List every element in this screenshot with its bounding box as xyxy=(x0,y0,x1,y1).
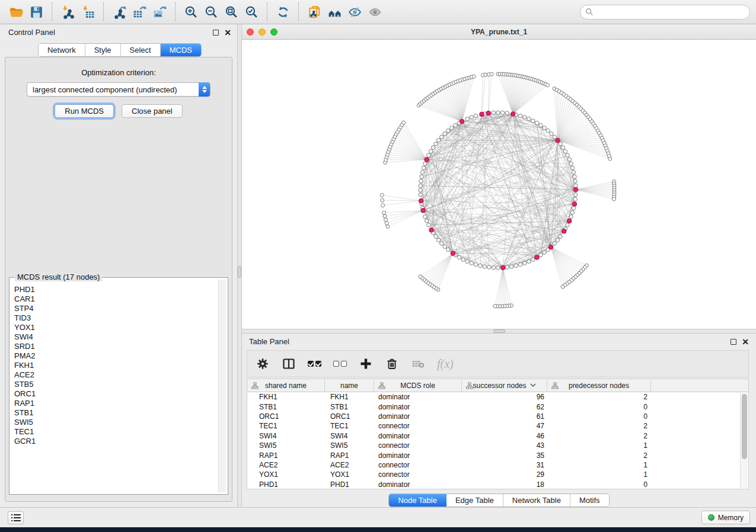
mcds-result-item[interactable]: SWI5 xyxy=(14,418,218,427)
mcds-result-item[interactable]: ACE2 xyxy=(14,370,218,380)
binoculars-icon xyxy=(327,5,342,20)
table-row[interactable]: FKH1FKH1dominator962 xyxy=(247,392,748,402)
vertical-splitter[interactable] xyxy=(237,24,242,507)
splitter-handle[interactable] xyxy=(493,329,505,333)
table-cell: 96 xyxy=(462,393,547,401)
mcds-result-item[interactable]: ORC1 xyxy=(14,389,218,399)
mcds-result-item[interactable]: STP4 xyxy=(14,304,218,313)
column-header-shared-name[interactable]: shared name xyxy=(247,379,325,392)
splitter-handle[interactable] xyxy=(238,266,241,278)
import-table-button[interactable] xyxy=(78,2,98,22)
table-row[interactable]: STB1STB1dominator620 xyxy=(247,402,748,411)
mcds-result-item[interactable]: TEC1 xyxy=(14,427,218,437)
clone-network-icon xyxy=(307,5,322,20)
tab-mcds[interactable]: MCDS xyxy=(161,44,201,56)
table-row[interactable]: SWI5SWI5connector431 xyxy=(247,441,748,450)
unselect-all-columns-button[interactable] xyxy=(333,361,347,367)
table-cell: YOX1 xyxy=(247,470,325,479)
tab-network[interactable]: Network xyxy=(39,44,85,56)
zoom-fit-button[interactable] xyxy=(221,2,241,22)
zoom-out-button[interactable] xyxy=(201,2,221,22)
table-settings-button[interactable] xyxy=(256,357,270,371)
maximize-window-button[interactable] xyxy=(270,28,277,36)
close-panel-icon[interactable]: ✕ xyxy=(224,30,231,36)
search-documents-button[interactable] xyxy=(324,2,344,22)
mcds-result-item[interactable]: PHD1 xyxy=(14,285,218,294)
zoom-in-icon xyxy=(184,5,199,20)
column-header-predecessor-nodes[interactable]: predecessor nodes xyxy=(547,379,651,392)
mcds-result-item[interactable]: FKH1 xyxy=(14,361,218,370)
save-session-button[interactable] xyxy=(26,2,46,22)
zoom-selected-button[interactable] xyxy=(241,2,261,22)
split-pane-icon xyxy=(282,357,296,371)
close-panel-button[interactable]: Close panel xyxy=(122,104,183,118)
tab-select[interactable]: Select xyxy=(121,44,161,56)
hide-selected-button[interactable] xyxy=(344,2,365,22)
mcds-result-item[interactable]: STB5 xyxy=(14,380,218,389)
mcds-result-item[interactable]: GCR1 xyxy=(14,437,218,446)
horizontal-splitter[interactable] xyxy=(242,329,756,334)
split-pane-button[interactable] xyxy=(282,357,296,371)
unchecked-checkbox-icon xyxy=(341,361,347,367)
zoom-in-button[interactable] xyxy=(181,2,201,22)
memory-button[interactable]: Memory xyxy=(701,511,750,524)
table-cell: SWI4 xyxy=(247,432,325,440)
table-cell: FKH1 xyxy=(247,393,325,401)
table-row[interactable]: ORC1ORC1dominator610 xyxy=(247,412,748,421)
export-table-button[interactable] xyxy=(129,2,149,22)
search-input[interactable] xyxy=(580,5,750,20)
table-row[interactable]: PHD1PHD1dominator180 xyxy=(247,480,748,489)
add-column-button[interactable] xyxy=(359,357,373,371)
run-mcds-button[interactable]: Run MCDS xyxy=(55,104,114,118)
table-scrollbar[interactable] xyxy=(740,393,748,488)
task-history-button[interactable] xyxy=(8,511,24,524)
select-all-columns-button[interactable] xyxy=(308,361,321,367)
tab-network-table[interactable]: Network Table xyxy=(503,494,570,507)
minimize-window-button[interactable] xyxy=(259,28,266,36)
table-cell: FKH1 xyxy=(325,393,374,401)
import-network-button[interactable] xyxy=(58,2,78,22)
mcds-result-item[interactable]: TID3 xyxy=(14,313,218,323)
float-panel-icon[interactable] xyxy=(731,339,736,345)
status-bar: Memory xyxy=(0,507,756,527)
tab-edge-table[interactable]: Edge Table xyxy=(446,494,503,507)
open-file-button[interactable] xyxy=(6,2,26,22)
table-cell: PHD1 xyxy=(325,480,374,489)
table-row[interactable]: RAP1RAP1dominator352 xyxy=(247,450,748,460)
table-row[interactable]: SWI4SWI4dominator462 xyxy=(247,431,748,441)
close-panel-icon[interactable]: ✕ xyxy=(742,339,749,345)
clone-network-button[interactable] xyxy=(304,2,324,22)
mcds-result-item[interactable]: STB1 xyxy=(14,408,218,418)
table-row[interactable]: ACE2ACE2connector311 xyxy=(247,460,748,470)
export-network-button[interactable] xyxy=(109,2,129,22)
export-image-button[interactable] xyxy=(149,2,170,22)
tab-motifs[interactable]: Motifs xyxy=(570,494,609,507)
tab-style[interactable]: Style xyxy=(85,44,121,56)
table-row[interactable]: TEC1TEC1connector472 xyxy=(247,421,748,431)
mcds-result-item[interactable]: SRD1 xyxy=(14,342,218,351)
column-header-successor-nodes[interactable]: successor nodes xyxy=(462,379,547,392)
trash-icon xyxy=(385,357,399,371)
tab-node-table[interactable]: Node Table xyxy=(389,494,446,507)
mcds-result-item[interactable]: YOX1 xyxy=(14,323,218,332)
mcds-list-scrollbar[interactable] xyxy=(218,280,226,492)
scrollbar-thumb[interactable] xyxy=(742,394,747,459)
show-all-button[interactable] xyxy=(365,2,385,22)
mcds-result-item[interactable]: SWI4 xyxy=(14,332,218,342)
close-window-button[interactable] xyxy=(247,28,254,36)
mcds-result-item[interactable]: CAR1 xyxy=(14,294,218,304)
mcds-result-item[interactable]: RAP1 xyxy=(14,399,218,408)
table-cell: 0 xyxy=(547,480,651,489)
table-panel: Table Panel ✕ xyxy=(242,334,756,507)
column-header-mcds-role[interactable]: MCDS role xyxy=(374,379,462,392)
delete-columns-button[interactable] xyxy=(385,357,399,371)
mcds-result-item[interactable]: PMA2 xyxy=(14,351,218,361)
refresh-button[interactable] xyxy=(273,2,293,22)
table-cell: 43 xyxy=(462,441,547,450)
float-panel-icon[interactable] xyxy=(213,30,219,36)
optimization-criterion-select[interactable]: largest connected component (undirected) xyxy=(27,82,210,97)
column-header-name[interactable]: name xyxy=(325,379,374,392)
table-cell: 61 xyxy=(462,412,547,421)
table-row[interactable]: YOX1YOX1connector291 xyxy=(247,470,748,479)
network-view-canvas[interactable] xyxy=(242,40,756,329)
